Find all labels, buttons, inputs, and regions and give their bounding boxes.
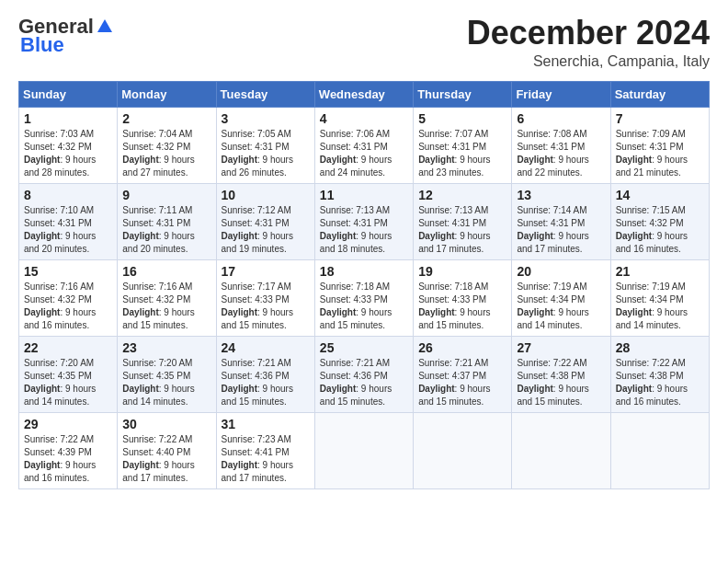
svg-marker-0 — [97, 19, 112, 32]
table-row: 5Sunrise: 7:07 AMSunset: 4:31 PMDaylight… — [414, 107, 512, 183]
location: Senerchia, Campania, Italy — [467, 53, 710, 70]
table-row: 22Sunrise: 7:20 AMSunset: 4:35 PMDayligh… — [19, 336, 118, 412]
table-row: 18Sunrise: 7:18 AMSunset: 4:33 PMDayligh… — [314, 259, 413, 336]
day-number: 26 — [418, 340, 506, 355]
day-number: 19 — [418, 264, 506, 279]
day-info: Sunrise: 7:13 AMSunset: 4:31 PMDaylight:… — [418, 204, 506, 256]
table-row: 17Sunrise: 7:17 AMSunset: 4:33 PMDayligh… — [216, 259, 314, 336]
day-number: 11 — [320, 188, 408, 202]
header-tuesday: Tuesday — [216, 81, 314, 107]
day-info: Sunrise: 7:06 AMSunset: 4:31 PMDaylight:… — [320, 128, 408, 179]
header: General Blue December 2024 Senerchia, Ca… — [18, 15, 710, 70]
table-row: 31Sunrise: 7:23 AMSunset: 4:41 PMDayligh… — [216, 412, 314, 488]
day-number: 25 — [320, 340, 408, 355]
day-info: Sunrise: 7:22 AMSunset: 4:38 PMDaylight:… — [616, 357, 704, 408]
day-number: 7 — [616, 111, 704, 126]
day-info: Sunrise: 7:16 AMSunset: 4:32 PMDaylight:… — [24, 281, 112, 332]
table-row: 25Sunrise: 7:21 AMSunset: 4:36 PMDayligh… — [314, 336, 413, 412]
table-row: 2Sunrise: 7:04 AMSunset: 4:32 PMDaylight… — [118, 107, 216, 183]
calendar-table: Sunday Monday Tuesday Wednesday Thursday… — [18, 81, 710, 489]
table-row — [414, 412, 512, 488]
table-row: 24Sunrise: 7:21 AMSunset: 4:36 PMDayligh… — [216, 336, 314, 412]
day-number: 17 — [222, 264, 310, 279]
day-info: Sunrise: 7:10 AMSunset: 4:31 PMDaylight:… — [24, 204, 112, 256]
table-row: 20Sunrise: 7:19 AMSunset: 4:34 PMDayligh… — [512, 259, 610, 336]
table-row: 28Sunrise: 7:22 AMSunset: 4:38 PMDayligh… — [610, 336, 709, 412]
day-info: Sunrise: 7:11 AMSunset: 4:31 PMDaylight:… — [122, 204, 210, 256]
day-info: Sunrise: 7:13 AMSunset: 4:31 PMDaylight:… — [320, 204, 408, 256]
title-block: December 2024 Senerchia, Campania, Italy — [467, 15, 710, 70]
day-number: 23 — [122, 340, 210, 355]
day-info: Sunrise: 7:19 AMSunset: 4:34 PMDaylight:… — [517, 281, 605, 332]
table-row: 30Sunrise: 7:22 AMSunset: 4:40 PMDayligh… — [118, 412, 216, 488]
day-info: Sunrise: 7:22 AMSunset: 4:38 PMDaylight:… — [517, 357, 605, 408]
table-row: 11Sunrise: 7:13 AMSunset: 4:31 PMDayligh… — [314, 183, 413, 259]
day-number: 24 — [222, 340, 310, 355]
day-info: Sunrise: 7:03 AMSunset: 4:32 PMDaylight:… — [24, 128, 112, 179]
calendar-row: 29Sunrise: 7:22 AMSunset: 4:39 PMDayligh… — [19, 412, 710, 488]
day-number: 9 — [122, 188, 210, 202]
day-info: Sunrise: 7:20 AMSunset: 4:35 PMDaylight:… — [24, 357, 112, 408]
calendar-row: 8Sunrise: 7:10 AMSunset: 4:31 PMDaylight… — [19, 183, 710, 259]
day-number: 18 — [320, 264, 408, 279]
day-number: 28 — [616, 340, 704, 355]
day-info: Sunrise: 7:23 AMSunset: 4:41 PMDaylight:… — [222, 433, 310, 485]
month-title: December 2024 — [467, 15, 710, 52]
table-row: 13Sunrise: 7:14 AMSunset: 4:31 PMDayligh… — [512, 183, 610, 259]
header-thursday: Thursday — [414, 81, 512, 107]
table-row: 4Sunrise: 7:06 AMSunset: 4:31 PMDaylight… — [314, 107, 413, 183]
day-info: Sunrise: 7:05 AMSunset: 4:31 PMDaylight:… — [222, 128, 310, 179]
calendar-row: 22Sunrise: 7:20 AMSunset: 4:35 PMDayligh… — [19, 336, 710, 412]
table-row: 26Sunrise: 7:21 AMSunset: 4:37 PMDayligh… — [414, 336, 512, 412]
table-row: 14Sunrise: 7:15 AMSunset: 4:32 PMDayligh… — [610, 183, 709, 259]
day-number: 1 — [24, 111, 112, 126]
day-info: Sunrise: 7:22 AMSunset: 4:39 PMDaylight:… — [24, 433, 112, 485]
table-row: 23Sunrise: 7:20 AMSunset: 4:35 PMDayligh… — [118, 336, 216, 412]
day-number: 10 — [222, 188, 310, 202]
day-info: Sunrise: 7:22 AMSunset: 4:40 PMDaylight:… — [122, 433, 210, 485]
day-number: 13 — [517, 188, 605, 202]
table-row: 15Sunrise: 7:16 AMSunset: 4:32 PMDayligh… — [19, 259, 118, 336]
day-number: 29 — [24, 417, 112, 431]
day-info: Sunrise: 7:12 AMSunset: 4:31 PMDaylight:… — [222, 204, 310, 256]
header-friday: Friday — [512, 81, 610, 107]
table-row: 19Sunrise: 7:18 AMSunset: 4:33 PMDayligh… — [414, 259, 512, 336]
calendar-row: 15Sunrise: 7:16 AMSunset: 4:32 PMDayligh… — [19, 259, 710, 336]
day-number: 14 — [616, 188, 704, 202]
day-number: 30 — [122, 417, 210, 431]
day-number: 4 — [320, 111, 408, 126]
table-row — [314, 412, 413, 488]
header-sunday: Sunday — [19, 81, 118, 107]
day-info: Sunrise: 7:16 AMSunset: 4:32 PMDaylight:… — [122, 281, 210, 332]
header-saturday: Saturday — [610, 81, 709, 107]
table-row: 21Sunrise: 7:19 AMSunset: 4:34 PMDayligh… — [610, 259, 709, 336]
day-info: Sunrise: 7:08 AMSunset: 4:31 PMDaylight:… — [517, 128, 605, 179]
day-info: Sunrise: 7:21 AMSunset: 4:36 PMDaylight:… — [222, 357, 310, 408]
day-info: Sunrise: 7:04 AMSunset: 4:32 PMDaylight:… — [122, 128, 210, 179]
day-info: Sunrise: 7:15 AMSunset: 4:32 PMDaylight:… — [616, 204, 704, 256]
day-number: 22 — [24, 340, 112, 355]
day-info: Sunrise: 7:21 AMSunset: 4:37 PMDaylight:… — [418, 357, 506, 408]
table-row: 16Sunrise: 7:16 AMSunset: 4:32 PMDayligh… — [118, 259, 216, 336]
day-number: 5 — [418, 111, 506, 126]
day-number: 27 — [517, 340, 605, 355]
day-info: Sunrise: 7:18 AMSunset: 4:33 PMDaylight:… — [418, 281, 506, 332]
calendar-row: 1Sunrise: 7:03 AMSunset: 4:32 PMDaylight… — [19, 107, 710, 183]
day-number: 8 — [24, 188, 112, 202]
calendar-header-row: Sunday Monday Tuesday Wednesday Thursday… — [19, 81, 710, 107]
day-info: Sunrise: 7:07 AMSunset: 4:31 PMDaylight:… — [418, 128, 506, 179]
table-row: 1Sunrise: 7:03 AMSunset: 4:32 PMDaylight… — [19, 107, 118, 183]
day-info: Sunrise: 7:21 AMSunset: 4:36 PMDaylight:… — [320, 357, 408, 408]
header-wednesday: Wednesday — [314, 81, 413, 107]
day-number: 12 — [418, 188, 506, 202]
day-number: 16 — [122, 264, 210, 279]
day-number: 6 — [517, 111, 605, 126]
table-row: 12Sunrise: 7:13 AMSunset: 4:31 PMDayligh… — [414, 183, 512, 259]
day-number: 21 — [616, 264, 704, 279]
table-row: 10Sunrise: 7:12 AMSunset: 4:31 PMDayligh… — [216, 183, 314, 259]
table-row: 7Sunrise: 7:09 AMSunset: 4:31 PMDaylight… — [610, 107, 709, 183]
logo-blue: Blue — [20, 33, 64, 57]
table-row: 29Sunrise: 7:22 AMSunset: 4:39 PMDayligh… — [19, 412, 118, 488]
day-number: 2 — [122, 111, 210, 126]
table-row — [610, 412, 709, 488]
